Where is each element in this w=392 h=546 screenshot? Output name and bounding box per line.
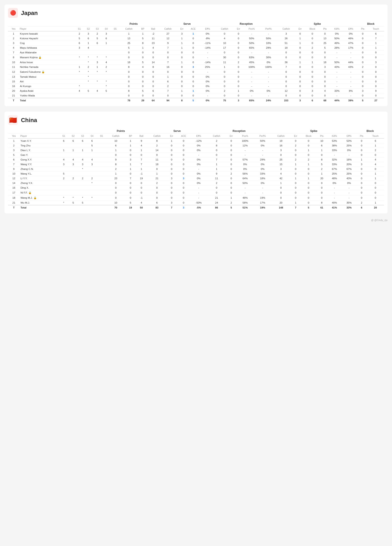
table-cell: 3 [69, 162, 78, 167]
table-cell: - [327, 195, 342, 201]
china-team-header: 🇨🇳 China [8, 115, 384, 125]
table-cell: 2 [305, 46, 320, 50]
table-cell: 10 [106, 138, 126, 143]
table-cell: 0 [368, 55, 384, 60]
table-cell: 14 [147, 148, 167, 153]
table-cell: 0 [296, 46, 305, 50]
table-cell: 10 [8, 60, 19, 65]
table-cell: 0 [296, 84, 305, 89]
table-cell [69, 171, 78, 176]
table-cell [59, 181, 68, 186]
table-cell: - [236, 190, 254, 195]
table-cell [78, 153, 87, 157]
table-cell: 4 [87, 157, 96, 162]
table-cell: 0 [305, 50, 320, 55]
table-cell [78, 186, 87, 190]
table-cell: 1 [8, 31, 19, 36]
table-cell: 19 [125, 205, 135, 210]
table-cell: 24 [207, 201, 226, 205]
table-cell: 2 [147, 181, 167, 186]
table-cell: 0 [226, 148, 236, 153]
table-cell: 0 [291, 181, 301, 186]
table-cell: 1 [207, 167, 226, 171]
table-cell: 6 [93, 41, 102, 46]
table-cell [111, 93, 120, 98]
table-cell: -1 [135, 171, 147, 176]
table-cell: 1 [125, 167, 135, 171]
table-cell: 0% [191, 181, 207, 186]
table-cell: 46% [344, 36, 358, 41]
table-cell: 7 [8, 50, 19, 55]
table-cell: - [260, 84, 277, 89]
table-cell [87, 205, 96, 210]
table-cell: 0 [125, 153, 135, 157]
table-cell: 6 [147, 201, 167, 205]
table-cell: 5 [226, 205, 236, 210]
table-cell: 16 [8, 186, 20, 190]
table-cell: Mayu Ishikawa [19, 46, 75, 50]
table-cell: 2 [367, 148, 384, 153]
table-cell: 0 [356, 195, 367, 201]
table-cell: 3 [87, 162, 96, 167]
table-cell: 0 [177, 55, 187, 60]
table-cell: - [330, 84, 344, 89]
table-cell: 18 [277, 46, 295, 50]
table-cell [111, 46, 120, 50]
table-cell: T [8, 98, 19, 103]
table-cell: - [254, 148, 271, 153]
china-spike-header: Spike [271, 129, 356, 134]
table-cell [93, 75, 102, 79]
col-sp-eff-c: Eff% [342, 134, 356, 139]
table-cell: 0 [215, 31, 234, 36]
table-cell: 0 [187, 41, 200, 46]
table-cell: -8% [200, 36, 215, 41]
table-cell: 7 [125, 176, 135, 181]
col-yes: Yes [8, 26, 19, 32]
table-cell: 0 [367, 195, 384, 201]
table-cell: 78 [120, 98, 138, 103]
table-cell: - [191, 190, 207, 195]
table-cell: 1 [78, 148, 87, 153]
table-cell: 5 [187, 98, 200, 103]
table-cell: 0 [277, 79, 295, 84]
table-cell: 0 [234, 75, 244, 79]
table-cell: 48% [236, 195, 254, 201]
table-cell: - [344, 75, 358, 79]
table-cell: - [243, 84, 260, 89]
table-cell: 148 [271, 205, 291, 210]
table-cell [93, 50, 102, 55]
table-cell: 68 [320, 98, 330, 103]
table-cell: 50% [330, 60, 344, 65]
table-row: 1Koyomi Iwasaki232311-227310%00--30000%0… [8, 31, 384, 36]
table-cell: 0 [215, 84, 234, 89]
table-cell: 1 [215, 65, 234, 69]
table-cell: 1 [301, 176, 317, 181]
col-rec-cat: Catfish [215, 26, 234, 32]
table-cell [111, 75, 120, 79]
table-cell: 0 [320, 75, 330, 79]
table-cell: Diao L.Y. [20, 148, 59, 153]
table-cell: 0 [148, 69, 159, 75]
table-cell: 0 [305, 69, 320, 75]
table-cell: 50% [254, 138, 271, 143]
table-cell: * [78, 167, 87, 171]
japan-ball-spacer [148, 21, 159, 26]
col-bp: BP [138, 26, 148, 32]
table-cell: 1 [291, 176, 301, 181]
table-row: 15Airi***0006000%00--0000--00 [8, 79, 384, 84]
table-cell: 0 [367, 190, 384, 195]
table-row: 7Wang Y.Y.333381718000%100%0%1511533%20%… [8, 162, 384, 167]
table-cell: 3 [234, 98, 244, 103]
table-cell: 43% [344, 65, 358, 69]
table-cell: 8 [317, 201, 327, 205]
table-cell: Zhang C.N. [20, 167, 59, 171]
table-cell: 1 [317, 171, 327, 176]
table-row: 5Gao Y.000000-00--0000--00 [8, 153, 384, 157]
table-cell: 25 [320, 41, 330, 46]
table-cell: Koyomi Iwasaki [19, 31, 75, 36]
table-cell: 0 [296, 31, 305, 36]
table-cell: 0 [296, 79, 305, 84]
col-blk-pts: Pts [358, 26, 368, 32]
table-row: 21Yukiko Wada000000-00--0000--00 [8, 93, 384, 98]
table-cell: 3 [320, 65, 330, 69]
